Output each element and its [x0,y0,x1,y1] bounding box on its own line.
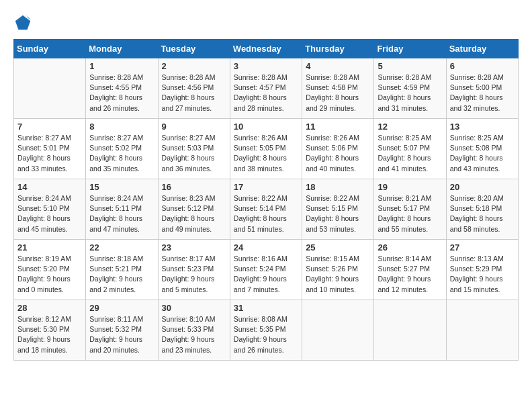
day-info: Sunrise: 8:16 AMSunset: 5:24 PMDaylight:… [234,254,298,295]
column-header-sunday: Sunday [14,40,86,58]
day-number: 17 [234,182,298,192]
calendar-cell: 1Sunrise: 8:28 AMSunset: 4:55 PMDaylight… [86,58,158,119]
day-number: 13 [450,122,515,132]
calendar-cell: 8Sunrise: 8:27 AMSunset: 5:02 PMDaylight… [86,119,158,179]
day-info: Sunrise: 8:08 AMSunset: 5:35 PMDaylight:… [234,314,298,355]
day-number: 28 [17,303,82,313]
day-number: 3 [234,61,298,71]
column-headers: SundayMondayTuesdayWednesdayThursdayFrid… [14,40,519,58]
calendar-cell: 23Sunrise: 8:17 AMSunset: 5:23 PMDayligh… [158,240,230,300]
calendar-cell: 17Sunrise: 8:22 AMSunset: 5:14 PMDayligh… [230,179,302,240]
column-header-monday: Monday [86,40,158,58]
day-info: Sunrise: 8:23 AMSunset: 5:12 PMDaylight:… [162,193,226,234]
day-info: Sunrise: 8:27 AMSunset: 5:02 PMDaylight:… [89,133,154,174]
day-number: 19 [378,182,442,192]
calendar-cell: 20Sunrise: 8:20 AMSunset: 5:18 PMDayligh… [446,179,518,240]
day-number: 15 [89,182,154,192]
day-info: Sunrise: 8:14 AMSunset: 5:27 PMDaylight:… [378,254,442,295]
day-number: 9 [162,122,226,132]
day-info: Sunrise: 8:28 AMSunset: 5:00 PMDaylight:… [450,73,515,113]
calendar-cell: 26Sunrise: 8:14 AMSunset: 5:27 PMDayligh… [374,240,446,300]
day-number: 24 [234,242,298,253]
day-info: Sunrise: 8:22 AMSunset: 5:14 PMDaylight:… [234,193,298,234]
calendar-cell: 11Sunrise: 8:26 AMSunset: 5:06 PMDayligh… [302,119,374,179]
column-header-wednesday: Wednesday [230,40,302,58]
day-number: 7 [17,122,82,132]
day-number: 2 [162,61,226,71]
day-info: Sunrise: 8:22 AMSunset: 5:15 PMDaylight:… [306,193,370,234]
calendar-cell: 3Sunrise: 8:28 AMSunset: 4:57 PMDaylight… [230,58,302,119]
day-info: Sunrise: 8:28 AMSunset: 4:58 PMDaylight:… [306,73,370,113]
day-info: Sunrise: 8:26 AMSunset: 5:05 PMDaylight:… [234,133,298,174]
day-number: 21 [17,242,82,253]
calendar-cell: 16Sunrise: 8:23 AMSunset: 5:12 PMDayligh… [158,179,230,240]
day-info: Sunrise: 8:17 AMSunset: 5:23 PMDaylight:… [162,254,226,295]
day-info: Sunrise: 8:13 AMSunset: 5:29 PMDaylight:… [450,254,515,295]
day-info: Sunrise: 8:21 AMSunset: 5:17 PMDaylight:… [378,193,442,234]
calendar-table: SundayMondayTuesdayWednesdayThursdayFrid… [13,39,519,361]
calendar-cell: 21Sunrise: 8:19 AMSunset: 5:20 PMDayligh… [14,240,86,300]
column-header-friday: Friday [374,40,446,58]
day-info: Sunrise: 8:25 AMSunset: 5:07 PMDaylight:… [378,133,442,174]
day-info: Sunrise: 8:27 AMSunset: 5:01 PMDaylight:… [17,133,82,174]
logo [13,13,35,32]
calendar-cell [302,300,374,361]
calendar-cell: 25Sunrise: 8:15 AMSunset: 5:26 PMDayligh… [302,240,374,300]
day-info: Sunrise: 8:15 AMSunset: 5:26 PMDaylight:… [306,254,370,295]
calendar-cell: 27Sunrise: 8:13 AMSunset: 5:29 PMDayligh… [446,240,518,300]
day-number: 5 [378,61,442,71]
week-row-4: 21Sunrise: 8:19 AMSunset: 5:20 PMDayligh… [14,240,519,300]
day-number: 23 [162,242,226,253]
day-info: Sunrise: 8:12 AMSunset: 5:30 PMDaylight:… [17,314,82,355]
day-number: 22 [89,242,154,253]
day-info: Sunrise: 8:10 AMSunset: 5:33 PMDaylight:… [162,314,226,355]
calendar-cell: 22Sunrise: 8:18 AMSunset: 5:21 PMDayligh… [86,240,158,300]
column-header-tuesday: Tuesday [158,40,230,58]
day-number: 25 [306,242,370,253]
day-number: 26 [378,242,442,253]
calendar-cell: 5Sunrise: 8:28 AMSunset: 4:59 PMDaylight… [374,58,446,119]
day-info: Sunrise: 8:28 AMSunset: 4:56 PMDaylight:… [162,73,226,113]
day-number: 20 [450,182,515,192]
week-row-1: 1Sunrise: 8:28 AMSunset: 4:55 PMDaylight… [14,58,519,119]
day-number: 31 [234,303,298,313]
calendar-cell: 29Sunrise: 8:11 AMSunset: 5:32 PMDayligh… [86,300,158,361]
column-header-saturday: Saturday [446,40,518,58]
day-info: Sunrise: 8:24 AMSunset: 5:11 PMDaylight:… [89,193,154,234]
logo-icon [13,13,32,32]
week-row-2: 7Sunrise: 8:27 AMSunset: 5:01 PMDaylight… [14,119,519,179]
calendar-cell: 9Sunrise: 8:27 AMSunset: 5:03 PMDaylight… [158,119,230,179]
day-number: 4 [306,61,370,71]
day-number: 14 [17,182,82,192]
calendar-cell [446,300,518,361]
week-row-3: 14Sunrise: 8:24 AMSunset: 5:10 PMDayligh… [14,179,519,240]
calendar-cell: 13Sunrise: 8:25 AMSunset: 5:08 PMDayligh… [446,119,518,179]
calendar-cell: 28Sunrise: 8:12 AMSunset: 5:30 PMDayligh… [14,300,86,361]
day-info: Sunrise: 8:25 AMSunset: 5:08 PMDaylight:… [450,133,515,174]
day-info: Sunrise: 8:19 AMSunset: 5:20 PMDaylight:… [17,254,82,295]
day-number: 6 [450,61,515,71]
day-number: 29 [89,303,154,313]
day-number: 18 [306,182,370,192]
day-info: Sunrise: 8:28 AMSunset: 4:55 PMDaylight:… [89,73,154,113]
day-info: Sunrise: 8:26 AMSunset: 5:06 PMDaylight:… [306,133,370,174]
day-number: 16 [162,182,226,192]
calendar-cell [14,58,86,119]
calendar-cell: 10Sunrise: 8:26 AMSunset: 5:05 PMDayligh… [230,119,302,179]
day-info: Sunrise: 8:20 AMSunset: 5:18 PMDaylight:… [450,193,515,234]
day-number: 1 [89,61,154,71]
day-number: 11 [306,122,370,132]
day-info: Sunrise: 8:11 AMSunset: 5:32 PMDaylight:… [89,314,154,355]
calendar-cell: 18Sunrise: 8:22 AMSunset: 5:15 PMDayligh… [302,179,374,240]
calendar-cell: 12Sunrise: 8:25 AMSunset: 5:07 PMDayligh… [374,119,446,179]
calendar-cell: 30Sunrise: 8:10 AMSunset: 5:33 PMDayligh… [158,300,230,361]
day-number: 30 [162,303,226,313]
calendar-cell: 6Sunrise: 8:28 AMSunset: 5:00 PMDaylight… [446,58,518,119]
day-number: 10 [234,122,298,132]
calendar-cell: 4Sunrise: 8:28 AMSunset: 4:58 PMDaylight… [302,58,374,119]
calendar-cell [374,300,446,361]
calendar-cell: 7Sunrise: 8:27 AMSunset: 5:01 PMDaylight… [14,119,86,179]
day-info: Sunrise: 8:28 AMSunset: 4:57 PMDaylight:… [234,73,298,113]
day-number: 12 [378,122,442,132]
day-info: Sunrise: 8:28 AMSunset: 4:59 PMDaylight:… [378,73,442,113]
